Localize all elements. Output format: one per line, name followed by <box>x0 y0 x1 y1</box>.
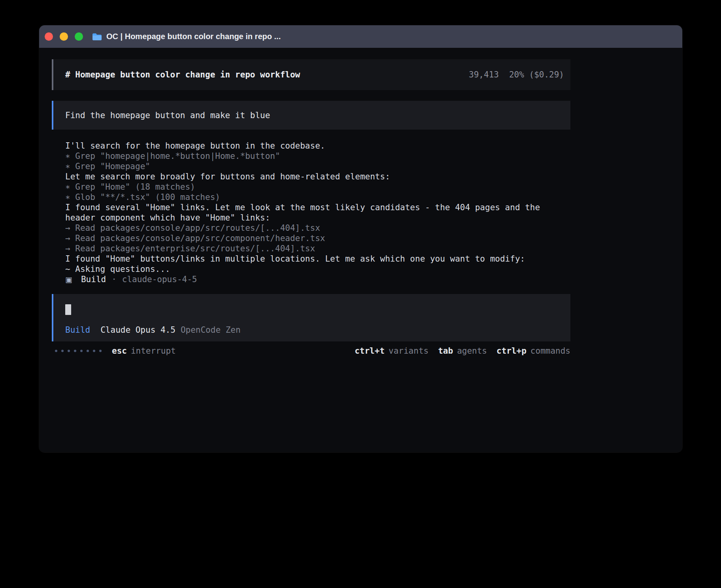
provider-label: OpenCode Zen <box>181 325 241 335</box>
status-bar-right: ctrl+t variants tab agents ctrl+p comman… <box>355 346 570 356</box>
zoom-button[interactable] <box>75 32 83 41</box>
variants-label: variants <box>389 346 428 356</box>
terminal-window: OC | Homepage button color change in rep… <box>39 25 682 452</box>
agent-name: Build <box>81 274 106 285</box>
input-status-row: Build Claude Opus 4.5 OpenCode Zen <box>65 325 559 335</box>
traffic-lights <box>45 32 83 41</box>
tool-call-line: ∗ Glob "**/*.tsx" (100 matches) <box>65 192 570 202</box>
folder-icon <box>92 32 102 41</box>
ctrl-t-key: ctrl+t <box>355 346 385 356</box>
spinner-dots <box>55 350 102 352</box>
tool-call-line: ∗ Grep "homepage|home.*button|Home.*butt… <box>65 151 570 161</box>
agent-icon: ▣ <box>65 274 72 285</box>
ctrl-p-key: ctrl+p <box>496 346 527 356</box>
tool-call-line: ∗ Grep "Homepage" <box>65 161 570 172</box>
assistant-paragraph: I found several "Home" links. Let me loo… <box>65 202 570 223</box>
session-header: # Homepage button color change in repo w… <box>52 59 570 90</box>
prompt-input[interactable]: Build Claude Opus 4.5 OpenCode Zen <box>52 294 570 341</box>
esc-key: esc <box>112 346 127 356</box>
commands-label: commands <box>530 346 570 356</box>
text-cursor <box>65 304 71 315</box>
desktop-background: OC | Homepage button color change in rep… <box>0 0 721 588</box>
tool-call-line: ∗ Grep "Home" (18 matches) <box>65 182 570 192</box>
separator-dot: · <box>111 274 117 285</box>
token-count: 39,413 <box>469 70 499 80</box>
shortcut-esc-interrupt: esc interrupt <box>112 346 176 356</box>
status-bar: esc interrupt ctrl+t variants tab agents… <box>52 346 570 356</box>
assistant-paragraph: I'll search for the homepage button in t… <box>65 141 570 151</box>
user-message: Find the homepage button and make it blu… <box>52 101 570 130</box>
model-label: Claude Opus 4.5 <box>100 325 176 335</box>
context-usage: 20% ($0.29) <box>509 70 564 80</box>
shortcut-variants: ctrl+t variants <box>355 346 428 356</box>
close-button[interactable] <box>45 32 53 41</box>
session-title: # Homepage button color change in repo w… <box>65 70 300 80</box>
agents-label: agents <box>457 346 487 356</box>
shortcut-agents: tab agents <box>438 346 487 356</box>
session-stats: 39,413 20% ($0.29) <box>469 70 564 80</box>
terminal-content: # Homepage button color change in repo w… <box>52 59 570 356</box>
esc-label: interrupt <box>131 346 176 356</box>
minimize-button[interactable] <box>60 32 68 41</box>
tab-key: tab <box>438 346 453 356</box>
assistant-response: I'll search for the homepage button in t… <box>52 141 570 285</box>
assistant-paragraph: Let me search more broadly for buttons a… <box>65 172 570 182</box>
status-bar-left: esc interrupt <box>52 346 176 356</box>
asking-status-line: ~ Asking questions... <box>65 264 570 274</box>
agent-mode-label[interactable]: Build <box>65 325 90 335</box>
agent-model: claude-opus-4-5 <box>122 274 197 285</box>
shortcut-commands: ctrl+p commands <box>496 346 570 356</box>
file-read-line: → Read packages/enterprise/src/routes/[.… <box>65 243 570 254</box>
window-title: OC | Homepage button color change in rep… <box>106 32 281 41</box>
user-message-text: Find the homepage button and make it blu… <box>65 110 270 121</box>
assistant-paragraph: I found "Home" buttons/links in multiple… <box>65 254 570 264</box>
file-read-line: → Read packages/console/app/src/componen… <box>65 233 570 243</box>
file-read-line: → Read packages/console/app/src/routes/[… <box>65 223 570 233</box>
agent-status-row: ▣ Build · claude-opus-4-5 <box>65 274 570 285</box>
window-titlebar: OC | Homepage button color change in rep… <box>39 25 682 48</box>
